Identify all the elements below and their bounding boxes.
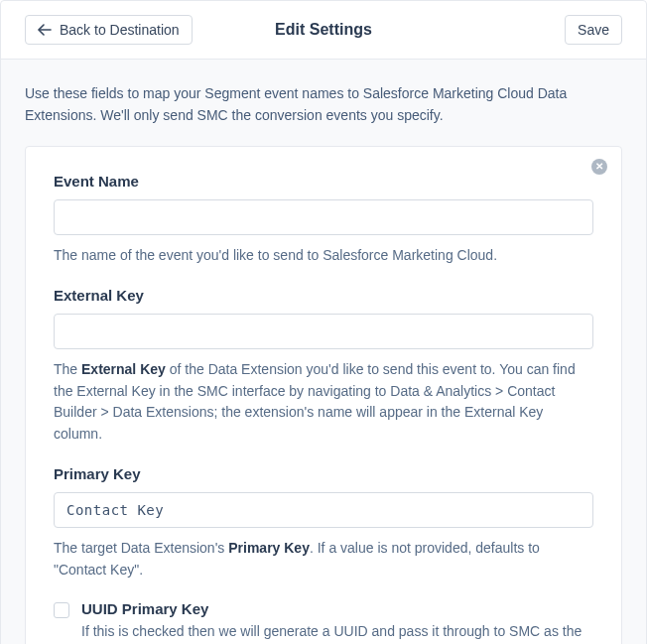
- back-button[interactable]: Back to Destination: [25, 15, 193, 45]
- external-key-field: External Key The External Key of the Dat…: [54, 287, 593, 446]
- intro-text: Use these fields to map your Segment eve…: [25, 83, 622, 126]
- uuid-checkbox-desc: If this is checked then we will generate…: [81, 621, 593, 644]
- settings-panel: Back to Destination Edit Settings Save U…: [0, 0, 647, 644]
- event-name-help: The name of the event you'd like to send…: [54, 245, 593, 267]
- header-bar: Back to Destination Edit Settings Save: [1, 1, 646, 60]
- event-name-input[interactable]: [54, 199, 593, 235]
- arrow-left-icon: [38, 24, 52, 36]
- primary-key-input[interactable]: [54, 492, 593, 528]
- uuid-field: UUID Primary Key If this is checked then…: [54, 600, 593, 644]
- primary-key-field: Primary Key The target Data Extension's …: [54, 465, 593, 580]
- event-card: ✕ Event Name The name of the event you'd…: [25, 146, 622, 644]
- event-name-field: Event Name The name of the event you'd l…: [54, 173, 593, 267]
- primary-key-label: Primary Key: [54, 465, 593, 482]
- event-name-label: Event Name: [54, 173, 593, 190]
- uuid-checkbox[interactable]: [54, 602, 69, 618]
- external-key-input[interactable]: [54, 314, 593, 349]
- remove-event-icon[interactable]: ✕: [591, 159, 607, 175]
- save-button-label: Save: [578, 23, 609, 37]
- page-title: Edit Settings: [275, 21, 372, 39]
- back-button-label: Back to Destination: [60, 23, 180, 37]
- uuid-checkbox-label: UUID Primary Key: [81, 600, 593, 617]
- content-area: Use these fields to map your Segment eve…: [1, 60, 646, 644]
- external-key-label: External Key: [54, 287, 593, 304]
- save-button[interactable]: Save: [565, 15, 622, 45]
- primary-key-help: The target Data Extension's Primary Key.…: [54, 538, 593, 580]
- external-key-help: The External Key of the Data Extension y…: [54, 359, 593, 446]
